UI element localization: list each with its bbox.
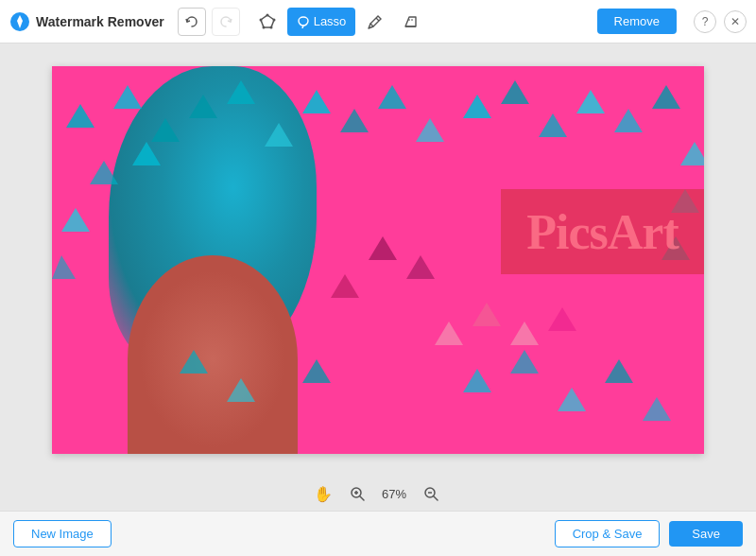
remove-button[interactable]: Remove: [597, 9, 677, 34]
eraser-icon: [403, 13, 420, 30]
lasso-label: Lasso: [314, 14, 347, 28]
zoom-in-button[interactable]: [346, 482, 369, 505]
zoom-out-button[interactable]: [420, 482, 442, 505]
lasso-icon: [297, 15, 310, 28]
svg-point-5: [259, 18, 262, 21]
close-button[interactable]: ✕: [724, 10, 747, 33]
canvas-container[interactable]: PicsArt: [52, 66, 704, 454]
main-image: PicsArt: [52, 66, 704, 454]
redo-icon: [218, 14, 233, 29]
woman-body-element: [128, 255, 298, 454]
lasso-tool-button[interactable]: Lasso: [287, 8, 356, 36]
svg-point-1: [266, 13, 268, 16]
toolbar: Watermark Remover: [0, 0, 756, 43]
redo-button[interactable]: [212, 8, 240, 36]
svg-line-6: [376, 18, 379, 21]
main-area: PicsArt: [0, 43, 756, 477]
undo-icon: [184, 14, 199, 29]
svg-line-51: [434, 496, 438, 500]
svg-line-47: [360, 496, 364, 500]
window-controls: ? ✕: [694, 10, 747, 33]
app-logo: Watermark Remover: [9, 11, 164, 32]
new-image-button[interactable]: New Image: [13, 520, 112, 547]
polygon-icon: [259, 13, 276, 30]
undo-button[interactable]: [178, 8, 206, 36]
status-bar: ✋ 67%: [0, 477, 756, 511]
bottom-bar: New Image Crop & Save Save: [0, 511, 756, 556]
help-button[interactable]: ?: [694, 10, 716, 33]
zoom-out-icon: [423, 486, 438, 501]
watermark-text: PicsArt: [526, 204, 678, 260]
polygon-tool-button[interactable]: [251, 8, 284, 36]
eraser-tool-button[interactable]: [395, 8, 427, 36]
zoom-level: 67%: [382, 487, 406, 501]
app-logo-icon: [9, 11, 30, 32]
svg-point-4: [262, 26, 265, 28]
brush-tool-button[interactable]: [359, 8, 391, 36]
tool-group: Lasso: [251, 8, 428, 36]
app-title: Watermark Remover: [36, 14, 164, 29]
save-button[interactable]: Save: [669, 521, 743, 547]
svg-point-3: [269, 26, 272, 28]
svg-point-2: [272, 18, 275, 21]
watermark-box: PicsArt: [501, 189, 704, 274]
zoom-in-icon: [350, 486, 365, 501]
crop-save-button[interactable]: Crop & Save: [555, 520, 661, 547]
hand-icon: ✋: [314, 485, 333, 503]
brush-icon: [367, 13, 384, 30]
